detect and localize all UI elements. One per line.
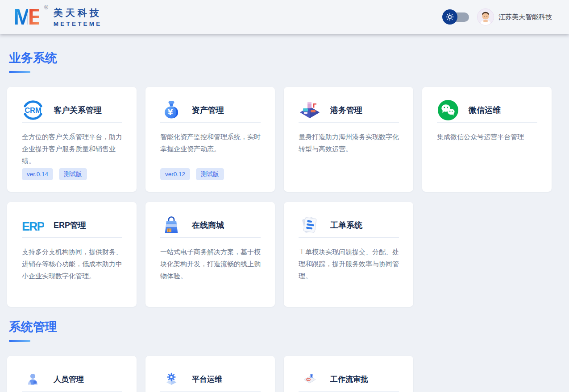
app-card[interactable]: 平台运维: [145, 356, 275, 392]
logo-letter-m: M: [13, 6, 28, 28]
card-description: 量身打造助力海州港务实现数字化转型与高效运营。: [299, 131, 399, 155]
app-card[interactable]: 微信运维 集成微信公众号运营平台管理: [422, 87, 552, 192]
card-badges: ver0.12测试版: [160, 168, 261, 181]
card-head: 微信运维: [437, 99, 537, 122]
version-badge: ver.0.14: [22, 168, 53, 181]
app-card[interactable]: 工单系统 工单模块实现问题提交、分配、处理和跟踪，提升服务效率与协同管理。: [284, 202, 413, 307]
svg-text:¥: ¥: [168, 108, 173, 117]
card-title: 工单系统: [330, 220, 362, 231]
card-description: 集成微信公众号运营平台管理: [437, 131, 537, 143]
person-icon: [22, 368, 44, 390]
app-card[interactable]: ERP ERP管理 支持多分支机构协同，提供财务、进销存等核心功能，低成本助力中…: [7, 202, 137, 307]
card-head: 在线商城: [160, 214, 261, 237]
ticket-icon: [299, 214, 321, 236]
card-head: 人员管理: [22, 367, 122, 391]
company-name-en: METETEME: [54, 21, 102, 27]
card-title: 平台运维: [192, 374, 222, 384]
app-card[interactable]: 在线商城 一站式电子商务解决方案，基于模块化架构开发，打造流畅的线上购物体验。: [145, 202, 275, 307]
app-card[interactable]: 人员管理: [7, 356, 137, 392]
card-description: 智能化资产监控和管理系统，实时掌握企业资产动态。: [160, 131, 261, 155]
section-business-systems: 业务系统 CRM 客户关系管理 全方位的客户关系管理平台，助力企业提升客户服务质…: [7, 34, 569, 307]
card-head: 港务管理: [299, 99, 399, 122]
card-divider: [22, 237, 122, 238]
card-divider: [160, 237, 261, 238]
system-cards-grid: 人员管理 平台运维 工作流审批: [7, 356, 569, 392]
registered-trademark-symbol: ®: [44, 5, 48, 10]
card-divider: [160, 391, 261, 392]
card-description: 一站式电子商务解决方案，基于模块化架构开发，打造流畅的线上购物体验。: [160, 246, 261, 282]
card-head: ERP ERP管理: [22, 214, 122, 237]
logo-letter-e: E: [28, 6, 39, 28]
card-description: 全方位的客户关系管理平台，助力企业提升客户服务质量和销售业绩。: [22, 131, 122, 167]
svg-text:ERP: ERP: [22, 219, 44, 233]
title-underline: [9, 340, 30, 342]
section-title: 业务系统: [9, 34, 569, 66]
theme-toggle[interactable]: [442, 9, 469, 25]
mall-icon: [160, 214, 183, 236]
wechat-icon: [437, 99, 459, 121]
card-title: 港务管理: [330, 105, 362, 116]
crm-icon: CRM: [22, 99, 44, 121]
port-icon: [299, 99, 321, 121]
version-badge: ver0.12: [160, 168, 190, 181]
card-divider: [22, 122, 122, 123]
card-description: 工单模块实现问题提交、分配、处理和跟踪，提升服务效率与协同管理。: [299, 246, 399, 282]
company-logo: M E ® 美天科技 METETEME: [13, 6, 102, 28]
card-title: 微信运维: [469, 105, 501, 116]
card-description: 支持多分支机构协同，提供财务、进销存等核心功能，低成本助力中小企业实现数字化管理…: [22, 246, 122, 282]
svg-text:CRM: CRM: [25, 106, 42, 114]
user-name: 江苏美天智能科技: [498, 13, 552, 21]
card-head: 工作流审批: [299, 367, 399, 391]
header-right: 江苏美天智能科技: [442, 8, 552, 25]
app-card[interactable]: CRM 客户关系管理 全方位的客户关系管理平台，助力企业提升客户服务质量和销售业…: [7, 87, 137, 192]
asset-icon: ¥: [160, 99, 183, 121]
app-card[interactable]: 工作流审批: [284, 356, 413, 392]
user-avatar: [477, 8, 494, 25]
app-card[interactable]: 港务管理 量身打造助力海州港务实现数字化转型与高效运营。: [284, 87, 413, 192]
card-divider: [437, 122, 537, 123]
card-divider: [22, 391, 122, 392]
card-badges: ver.0.14测试版: [22, 168, 122, 181]
app-card[interactable]: ¥ 资产管理 智能化资产监控和管理系统，实时掌握企业资产动态。 ver0.12测…: [145, 87, 275, 192]
card-divider: [299, 237, 399, 238]
card-title: 人员管理: [54, 374, 84, 384]
section-system-management: 系统管理 人员管理 平台运维: [7, 307, 569, 392]
ops-icon: [160, 368, 183, 390]
card-title: 资产管理: [192, 105, 224, 116]
business-cards-grid: CRM 客户关系管理 全方位的客户关系管理平台，助力企业提升客户服务质量和销售业…: [7, 87, 569, 307]
title-underline: [9, 71, 30, 73]
section-title: 系统管理: [9, 307, 569, 335]
user-account[interactable]: 江苏美天智能科技: [477, 8, 552, 25]
card-head: 工单系统: [299, 214, 399, 237]
card-title: 工作流审批: [330, 374, 368, 384]
card-head: 平台运维: [160, 367, 261, 391]
erp-icon: ERP: [22, 214, 44, 236]
app-header: M E ® 美天科技 METETEME: [0, 0, 569, 34]
logo-text: 美天科技 METETEME: [54, 7, 102, 27]
workflow-icon: [299, 368, 321, 390]
card-divider: [299, 391, 399, 392]
card-head: ¥ 资产管理: [160, 99, 261, 122]
portal-main: 业务系统 CRM 客户关系管理 全方位的客户关系管理平台，助力企业提升客户服务质…: [0, 34, 569, 392]
card-title: 在线商城: [192, 220, 224, 231]
sun-icon: [442, 9, 457, 25]
card-title: ERP管理: [54, 220, 86, 231]
logo-mark-icon: M E ®: [13, 6, 48, 28]
card-divider: [160, 122, 261, 123]
card-divider: [299, 122, 399, 123]
version-badge: 测试版: [59, 168, 87, 181]
card-title: 客户关系管理: [54, 105, 102, 116]
card-head: CRM 客户关系管理: [22, 99, 122, 122]
version-badge: 测试版: [196, 168, 224, 181]
company-name-cn: 美天科技: [54, 7, 102, 19]
